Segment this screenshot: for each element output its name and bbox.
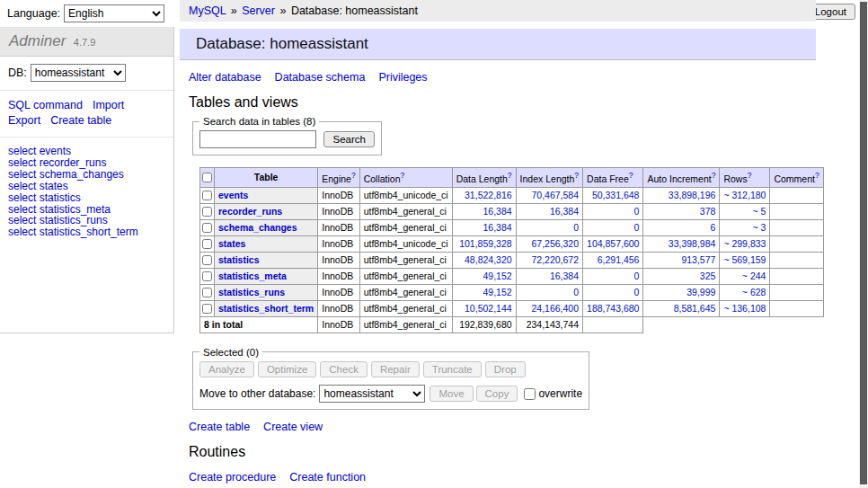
check-button[interactable]: Check: [320, 361, 368, 377]
sidebar-action-create-table[interactable]: Create table: [50, 114, 111, 127]
table-name-link[interactable]: statistics_meta: [218, 271, 287, 281]
alter-database-link[interactable]: Alter database: [189, 71, 261, 84]
optimize-button[interactable]: Optimize: [258, 361, 316, 377]
column-header-data-free: Data Free?: [583, 168, 643, 188]
index-length-cell: 67,256,320: [516, 235, 582, 252]
column-header-index-length: Index Length?: [516, 168, 582, 188]
search-input[interactable]: [199, 130, 316, 148]
row-checkbox[interactable]: [202, 191, 212, 200]
rows-count-link[interactable]: ~ 299,833: [723, 238, 766, 249]
rows-count-link[interactable]: ~ 312,180: [723, 190, 766, 200]
table-name-link[interactable]: statistics: [218, 254, 260, 265]
breadcrumb-server-link[interactable]: Server: [242, 4, 275, 17]
row-checkbox[interactable]: [202, 223, 212, 233]
move-button[interactable]: Move: [430, 386, 473, 402]
sidebar-table-link[interactable]: select recorder_runs: [8, 157, 173, 169]
engine-cell: InnoDB: [318, 300, 359, 316]
table-name-link[interactable]: statistics_runs: [218, 287, 285, 297]
data-free-cell: 0: [583, 284, 643, 300]
sidebar-table-link[interactable]: select statistics_short_term: [8, 226, 173, 238]
db-label: DB:: [8, 67, 27, 79]
scrollbar-thumb[interactable]: [860, 2, 867, 484]
language-label: Language:: [7, 7, 60, 20]
table-name-cell: statistics_short_term: [215, 300, 318, 316]
data-length-cell: 31,522,816: [452, 187, 516, 203]
column-help-link[interactable]: ?: [508, 171, 512, 180]
data-free-cell: 50,331,648: [583, 187, 643, 203]
copy-button[interactable]: Copy: [476, 386, 518, 402]
total-data-free-cell: [583, 316, 643, 333]
rows-count-link[interactable]: ~ 3: [753, 222, 766, 233]
table-total-row: 8 in totalInnoDButf8mb4_general_ci192,83…: [200, 316, 824, 333]
select-all-cell: [200, 168, 215, 188]
db-select[interactable]: homeassistant: [31, 64, 126, 82]
scrollbar[interactable]: [859, 0, 868, 488]
row-checkbox[interactable]: [202, 207, 212, 217]
sidebar-table-link[interactable]: select events: [8, 146, 173, 157]
collation-cell: utf8mb4_unicode_ci: [359, 187, 452, 203]
column-help-link[interactable]: ?: [815, 171, 819, 180]
column-help-link[interactable]: ?: [712, 171, 716, 180]
row-checkbox[interactable]: [202, 271, 212, 281]
rows-count-link[interactable]: ~ 628: [742, 287, 766, 297]
column-help-link[interactable]: ?: [748, 171, 752, 180]
move-label: Move to other database:: [199, 387, 315, 400]
column-help-link[interactable]: ?: [629, 171, 633, 180]
tables-heading: Tables and views: [189, 94, 816, 111]
create-view-link[interactable]: Create view: [263, 421, 323, 433]
comment-cell: [770, 203, 823, 219]
sidebar-action-sql-command[interactable]: SQL command: [8, 99, 83, 111]
sidebar-table-link[interactable]: select statistics: [8, 192, 173, 204]
table-name-link[interactable]: statistics_short_term: [218, 303, 314, 314]
db-selector-row: DB:homeassistant: [0, 57, 173, 91]
select-all-checkbox[interactable]: [202, 173, 212, 182]
engine-cell: InnoDB: [318, 203, 359, 219]
create-procedure-link[interactable]: Create procedure: [189, 471, 276, 484]
search-button[interactable]: Search: [323, 131, 374, 147]
engine-cell: InnoDB: [318, 187, 359, 203]
sidebar-table-link[interactable]: select states: [8, 181, 173, 192]
sidebar-action-export[interactable]: Export: [8, 114, 40, 127]
database-schema-link[interactable]: Database schema: [275, 71, 366, 84]
row-checkbox[interactable]: [202, 239, 212, 249]
rows-count-link[interactable]: ~ 244: [742, 271, 766, 281]
breadcrumb-mysql-link[interactable]: MySQL: [189, 4, 226, 17]
brand-version: 4.7.9: [74, 37, 95, 48]
table-row: statistics_metaInnoDButf8mb4_general_ci4…: [200, 268, 824, 284]
column-header-engine: Engine?: [318, 168, 359, 188]
table-name-link[interactable]: recorder_runs: [218, 206, 282, 217]
rows-count-link[interactable]: ~ 5: [753, 206, 766, 217]
comment-cell: [770, 235, 823, 252]
table-name-link[interactable]: events: [218, 190, 248, 200]
sidebar-table-link[interactable]: select schema_changes: [8, 169, 173, 181]
row-checkbox[interactable]: [202, 304, 212, 314]
create-table-link[interactable]: Create table: [189, 421, 250, 433]
table-name-link[interactable]: states: [218, 238, 245, 249]
total-collation-cell: utf8mb4_general_ci: [359, 316, 452, 333]
analyze-button[interactable]: Analyze: [199, 361, 254, 377]
truncate-button[interactable]: Truncate: [423, 361, 482, 377]
table-name-link[interactable]: schema_changes: [218, 222, 297, 233]
data-free-cell: 104,857,600: [583, 235, 643, 252]
column-help-link[interactable]: ?: [401, 171, 405, 180]
create-function-link[interactable]: Create function: [289, 471, 366, 484]
row-checkbox[interactable]: [202, 255, 212, 265]
column-help-link[interactable]: ?: [574, 171, 579, 180]
overwrite-checkbox[interactable]: [524, 388, 536, 400]
rows-count-link[interactable]: ~ 136,108: [723, 303, 766, 314]
engine-cell: InnoDB: [318, 284, 359, 300]
row-checkbox[interactable]: [202, 288, 212, 297]
table-row: statistics_runsInnoDButf8mb4_general_ci4…: [200, 284, 824, 300]
sidebar: Adminer 4.7.9 DB:homeassistant SQL comma…: [0, 27, 174, 333]
column-help-link[interactable]: ?: [351, 171, 356, 180]
move-db-select[interactable]: homeassistant: [319, 385, 425, 403]
drop-button[interactable]: Drop: [485, 361, 526, 377]
privileges-link[interactable]: Privileges: [378, 71, 427, 84]
language-select[interactable]: English: [64, 4, 164, 22]
repair-button[interactable]: Repair: [371, 361, 420, 377]
table-row: statisticsInnoDButf8mb4_general_ci48,824…: [200, 252, 824, 268]
table-row: statistics_short_termInnoDButf8mb4_gener…: [200, 300, 824, 316]
column-header-collation: Collation?: [359, 168, 452, 188]
sidebar-action-import[interactable]: Import: [93, 99, 124, 111]
rows-count-link[interactable]: ~ 569,159: [723, 254, 766, 265]
